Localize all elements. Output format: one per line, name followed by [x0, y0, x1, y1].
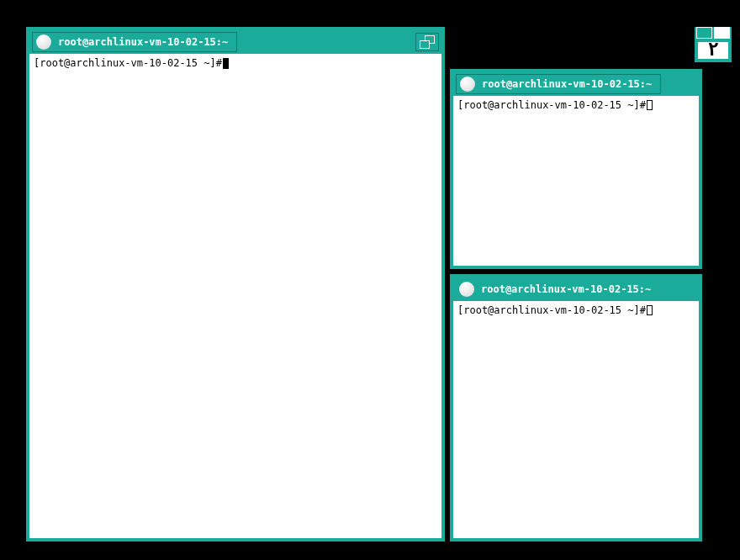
title-tab[interactable]: root@archlinux-vm-10-02-15:~: [456, 279, 659, 299]
maximize-icon: [420, 35, 435, 49]
terminal-icon: [460, 77, 475, 92]
terminal-icon: [459, 282, 474, 297]
prompt-text: [root@archlinux-vm-10-02-15 ~]#: [457, 98, 646, 113]
pager-icon: [696, 27, 730, 39]
cursor-icon: [647, 100, 653, 110]
desktop-widget[interactable]: ٢: [695, 27, 732, 62]
cursor-icon: [223, 58, 229, 69]
clock-glyph: ٢: [707, 39, 718, 60]
terminal-content[interactable]: [root@archlinux-vm-10-02-15 ~]#: [453, 301, 699, 538]
window-title: root@archlinux-vm-10-02-15:~: [482, 78, 652, 90]
prompt-line: [root@archlinux-vm-10-02-15 ~]#: [457, 304, 695, 318]
terminal-window-top-right[interactable]: root@archlinux-vm-10-02-15:~ [root@archl…: [450, 69, 702, 269]
titlebar[interactable]: root@archlinux-vm-10-02-15:~: [29, 30, 441, 54]
terminal-content[interactable]: [root@archlinux-vm-10-02-15 ~]#: [29, 54, 441, 538]
prompt-text: [root@archlinux-vm-10-02-15 ~]#: [457, 304, 646, 318]
cursor-icon: [647, 305, 653, 315]
prompt-line: [root@archlinux-vm-10-02-15 ~]#: [457, 98, 695, 113]
terminal-content[interactable]: [root@archlinux-vm-10-02-15 ~]#: [453, 96, 699, 266]
prompt-text: [root@archlinux-vm-10-02-15 ~]#: [34, 56, 222, 71]
titlebar[interactable]: root@archlinux-vm-10-02-15:~: [453, 277, 699, 301]
title-tab[interactable]: root@archlinux-vm-10-02-15:~: [32, 32, 237, 52]
titlebar[interactable]: root@archlinux-vm-10-02-15:~: [453, 72, 699, 96]
terminal-window-left[interactable]: root@archlinux-vm-10-02-15:~ [root@archl…: [26, 27, 445, 542]
terminal-window-bottom-right[interactable]: root@archlinux-vm-10-02-15:~ [root@archl…: [450, 274, 702, 542]
prompt-line: [root@archlinux-vm-10-02-15 ~]#: [34, 56, 437, 71]
terminal-icon: [36, 34, 51, 50]
title-tab[interactable]: root@archlinux-vm-10-02-15:~: [456, 74, 661, 94]
maximize-button[interactable]: [415, 33, 439, 51]
window-title: root@archlinux-vm-10-02-15:~: [58, 36, 228, 48]
window-title: root@archlinux-vm-10-02-15:~: [481, 283, 651, 295]
